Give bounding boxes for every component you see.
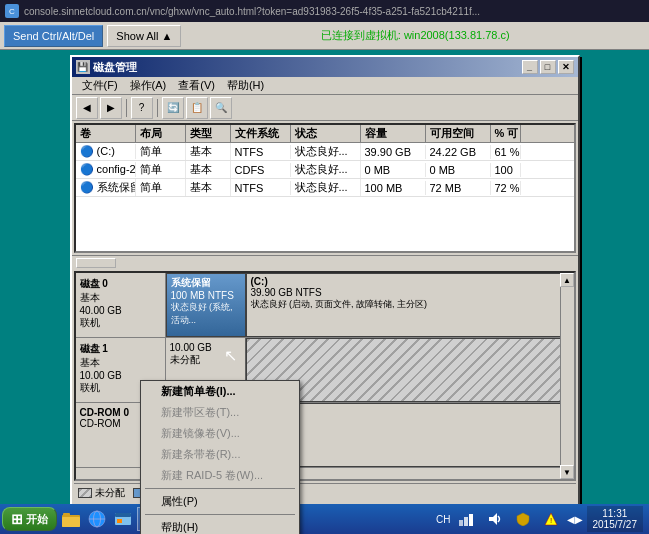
taskbar-icon-explorer[interactable] [111, 507, 135, 531]
svg-rect-2 [63, 513, 70, 517]
taskbar-icon-folder[interactable] [59, 507, 83, 531]
window-title: 磁盘管理 [93, 60, 137, 75]
taskbar-network-icon[interactable] [455, 507, 479, 531]
disk1-unalloc: 未分配 [170, 353, 212, 367]
menu-bar: 文件(F) 操作(A) 查看(V) 帮助(H) [72, 77, 578, 95]
vertical-scrollbar[interactable]: ▲ ▼ [560, 273, 574, 479]
show-all-button[interactable]: Show All ▲ [107, 25, 181, 47]
legend-unallocated-label: 未分配 [95, 486, 125, 500]
start-button[interactable]: ⊞ 开始 [2, 507, 57, 531]
window-titlebar: 💾 磁盘管理 _ □ ✕ [72, 57, 578, 77]
svg-marker-15 [489, 513, 497, 525]
vol-layout: 简单 [136, 161, 186, 178]
taskbar-security-icon[interactable] [511, 507, 535, 531]
disk0-sys-label: 系统保留 [171, 276, 241, 290]
vol-cap: 0 MB [361, 163, 426, 177]
vol-cap: 100 MB [361, 181, 426, 195]
horizontal-scrollbar[interactable] [72, 255, 578, 269]
properties-button[interactable]: 📋 [186, 97, 208, 119]
context-new-simple[interactable]: 新建简单卷(I)... [141, 381, 299, 402]
col-header-type: 类型 [186, 125, 231, 142]
send-ctrl-alt-del-button[interactable]: Send Ctrl/Alt/Del [4, 25, 103, 47]
minimize-button[interactable]: _ [522, 60, 538, 74]
connection-status: 已连接到虚拟机: win2008(133.81.78.c) [185, 28, 645, 43]
disk0-partitions: 系统保留 100 MB NTFS 状态良好 (系统, 活动... (C:) 39… [166, 273, 574, 337]
vol-name: 🔵 系统保留 [76, 179, 136, 196]
context-new-raid5[interactable]: 新建 RAID-5 卷(W)... [141, 465, 299, 486]
scroll-down-button[interactable]: ▼ [560, 465, 574, 479]
context-separator1 [145, 488, 295, 489]
vol-type: 基本 [186, 179, 231, 196]
col-header-free: 可用空间 [426, 125, 491, 142]
browser-url: console.sinnetcloud.com.cn/vnc/ghxw/vnc_… [24, 6, 644, 17]
disk0-status: 联机 [80, 316, 161, 330]
vol-name: 🔵 config-2 (D:) [76, 162, 136, 177]
table-row[interactable]: 🔵 config-2 (D:) 简单 基本 CDFS 状态良好... 0 MB … [76, 161, 574, 179]
vol-status: 状态良好... [291, 179, 361, 196]
vol-pct: 100 [491, 163, 521, 177]
vol-type: 基本 [186, 161, 231, 178]
toolbar: ◀ ▶ ? 🔄 📋 🔍 [72, 95, 578, 121]
help-button[interactable]: ? [131, 97, 153, 119]
col-header-fs: 文件系统 [231, 125, 291, 142]
toolbar-separator2 [157, 99, 158, 117]
disk0-sys-sub: 100 MB NTFS [171, 290, 241, 301]
vol-status: 状态良好... [291, 143, 361, 160]
maximize-button[interactable]: □ [540, 60, 556, 74]
disk1-name: 磁盘 1 [80, 342, 161, 356]
vol-free: 0 MB [426, 163, 491, 177]
disk1-size-label: 10.00 GB [170, 342, 212, 353]
forward-button[interactable]: ▶ [100, 97, 122, 119]
vol-free: 24.22 GB [426, 145, 491, 159]
browser-bar: C console.sinnetcloud.com.cn/vnc/ghxw/vn… [0, 0, 649, 22]
svg-rect-1 [62, 517, 80, 527]
disk0-c-partition[interactable]: (C:) 39.90 GB NTFS 状态良好 (启动, 页面文件, 故障转储,… [246, 273, 574, 337]
legend-unallocated: 未分配 [78, 486, 125, 500]
menu-view[interactable]: 查看(V) [172, 77, 221, 94]
titlebar-buttons: _ □ ✕ [522, 60, 574, 74]
main-area: 💾 磁盘管理 _ □ ✕ 文件(F) 操作(A) 查看(V) 帮助(H) ◀ ▶… [0, 50, 649, 534]
menu-action[interactable]: 操作(A) [124, 77, 173, 94]
taskbar-warning-icon[interactable]: ! [539, 507, 563, 531]
svg-text:!: ! [550, 516, 552, 525]
close-button[interactable]: ✕ [558, 60, 574, 74]
context-properties[interactable]: 属性(P) [141, 491, 299, 512]
disk0-c-label: (C:) [251, 276, 569, 287]
menu-help[interactable]: 帮助(H) [221, 77, 270, 94]
disk0-row: 磁盘 0 基本 40.00 GB 联机 系统保留 100 MB NTFS 状态良… [76, 273, 574, 338]
col-header-layout: 布局 [136, 125, 186, 142]
menu-file[interactable]: 文件(F) [76, 77, 124, 94]
disk0-type: 基本 [80, 291, 161, 305]
taskbar-right: CH ! ◀▶ 11:31 2015/7/27 [432, 506, 647, 532]
svg-rect-13 [464, 517, 468, 526]
disk0-c-sub: 39.90 GB NTFS [251, 287, 569, 298]
taskbar-icon-browser[interactable] [85, 507, 109, 531]
scroll-up-button[interactable]: ▲ [560, 273, 574, 287]
table-row[interactable]: 🔵 系统保留 简单 基本 NTFS 状态良好... 100 MB 72 MB 7… [76, 179, 574, 197]
svg-rect-12 [459, 520, 463, 526]
col-header-status: 状态 [291, 125, 361, 142]
taskbar: ⊞ 开始 CH ! ◀▶ 11:31 2015/7/27 [0, 504, 649, 534]
col-header-pct: % 可 [491, 125, 521, 142]
svg-rect-14 [469, 514, 473, 526]
vol-cap: 39.90 GB [361, 145, 426, 159]
window-icon: 💾 [76, 60, 90, 74]
vol-fs: NTFS [231, 181, 291, 195]
context-new-striped[interactable]: 新建条带卷(R)... [141, 444, 299, 465]
disk0-name: 磁盘 0 [80, 277, 161, 291]
disk0-system-partition[interactable]: 系统保留 100 MB NTFS 状态良好 (系统, 活动... [166, 273, 246, 337]
table-row[interactable]: 🔵 (C:) 简单 基本 NTFS 状态良好... 39.90 GB 24.22… [76, 143, 574, 161]
vol-name: 🔵 (C:) [76, 144, 136, 159]
browser-favicon: C [5, 4, 19, 18]
context-help[interactable]: 帮助(H) [141, 517, 299, 534]
back-button[interactable]: ◀ [76, 97, 98, 119]
context-new-spanned[interactable]: 新建带区卷(T)... [141, 402, 299, 423]
taskbar-sound-icon[interactable] [483, 507, 507, 531]
disk0-sys-status: 状态良好 (系统, 活动... [171, 301, 241, 327]
help2-button[interactable]: 🔍 [210, 97, 232, 119]
refresh-button[interactable]: 🔄 [162, 97, 184, 119]
context-new-mirrored[interactable]: 新建镜像卷(V)... [141, 423, 299, 444]
svg-rect-8 [117, 519, 122, 523]
vol-status: 状态良好... [291, 161, 361, 178]
taskbar-clock[interactable]: 11:31 2015/7/27 [587, 506, 644, 532]
